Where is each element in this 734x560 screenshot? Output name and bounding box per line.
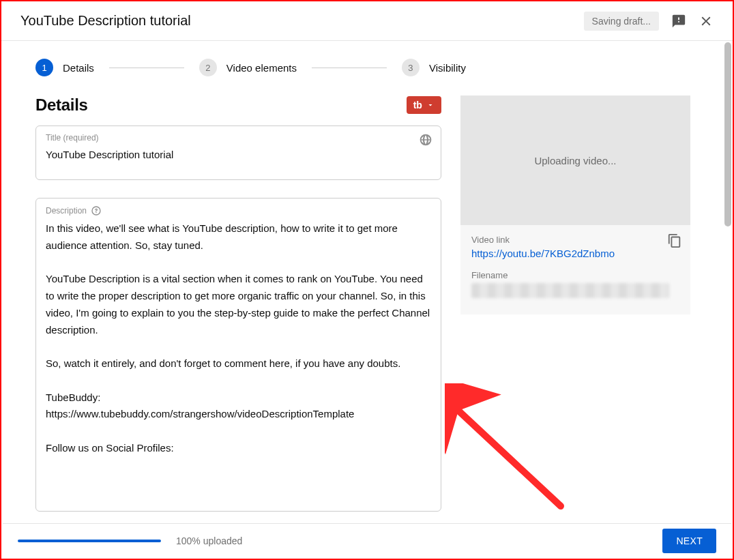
video-link[interactable]: https://youtu.be/7KBG2dZnbmo [471, 248, 679, 259]
details-column: Details tb Title (required) YouTube Desc… [35, 95, 441, 523]
step-visibility[interactable]: 3 Visibility [402, 59, 466, 76]
header-actions: Saving draft... [584, 12, 714, 31]
copy-link-icon[interactable] [667, 233, 682, 251]
preview-column: Uploading video... Video link https://yo… [460, 95, 690, 523]
step-details[interactable]: 1 Details [35, 59, 94, 76]
tubebuddy-dropdown[interactable]: tb [407, 96, 441, 114]
step-label: Details [63, 62, 94, 74]
next-button[interactable]: NEXT [662, 529, 716, 553]
step-divider [312, 68, 387, 68]
step-video-elements[interactable]: 2 Video elements [199, 59, 297, 76]
upload-progress-bar [18, 540, 161, 542]
translate-icon[interactable] [419, 133, 432, 149]
chevron-down-icon [426, 101, 435, 109]
tubebuddy-label: tb [413, 100, 422, 110]
upload-status: 100% uploaded [18, 535, 242, 546]
filename-label: Filename [471, 270, 679, 280]
step-number: 2 [199, 59, 217, 76]
title-field-value: YouTube Description tutorial [46, 147, 431, 164]
stepper: 1 Details 2 Video elements 3 Visibility [35, 59, 690, 76]
upload-status-text: Uploading video... [534, 155, 616, 166]
description-field-value: In this video, we'll see what is YouTube… [46, 220, 431, 457]
dialog-footer: 100% uploaded NEXT [3, 523, 731, 557]
upload-progress-text: 100% uploaded [176, 535, 242, 546]
step-label: Video elements [226, 62, 297, 74]
close-icon[interactable] [699, 14, 714, 29]
section-title: Details [35, 95, 88, 115]
step-divider [109, 68, 184, 68]
upload-progress-fill [18, 540, 161, 542]
step-label: Visibility [429, 62, 466, 74]
scrollbar-thumb[interactable] [724, 42, 731, 226]
dialog-header: YouTube Description tutorial Saving draf… [1, 1, 733, 41]
title-field[interactable]: Title (required) YouTube Description tut… [35, 126, 441, 180]
help-icon[interactable] [91, 205, 102, 216]
video-meta-panel: Video link https://youtu.be/7KBG2dZnbmo … [460, 225, 690, 314]
page-title: YouTube Description tutorial [20, 13, 191, 29]
step-number: 3 [402, 59, 420, 76]
step-number: 1 [35, 59, 53, 76]
saving-draft-badge: Saving draft... [584, 12, 659, 31]
video-preview-thumb: Uploading video... [460, 95, 690, 225]
video-link-label: Video link [471, 235, 679, 245]
description-field-label: Description [46, 205, 431, 216]
title-field-label: Title (required) [46, 133, 431, 143]
feedback-icon[interactable] [671, 14, 686, 29]
dialog-content: 1 Details 2 Video elements 3 Visibility … [3, 42, 723, 523]
description-field[interactable]: Description In this video, we'll see wha… [35, 198, 441, 512]
filename-value-redacted [471, 283, 669, 298]
